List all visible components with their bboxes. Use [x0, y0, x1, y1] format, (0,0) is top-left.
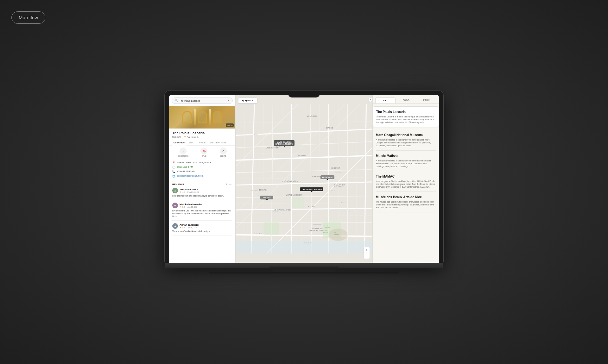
search-bar[interactable]: 🔍 ✕: [172, 97, 233, 104]
map-streets: Rue Pugel Rue Michel Rue Vernier Rue Tra…: [236, 95, 372, 263]
pin-celestial[interactable]: CELESTIAL: [260, 196, 274, 199]
share-button[interactable]: ↗ SHARE: [220, 147, 227, 157]
featured-place-item[interactable]: The Palais Lascaris The Palais Lascaris …: [373, 106, 439, 127]
review-star-icon: ★: [180, 191, 181, 193]
svg-text:Rue Trachel: Rue Trachel: [251, 189, 258, 191]
place-name-chagall: Marc Chagall National Museum: [376, 133, 436, 137]
review-header: A Arthur Marmalte ★ 4.8 · Feb 25, 2024: [172, 188, 232, 193]
address-row: 📍 15 Rue Droite, 06300 Nice, France: [172, 161, 232, 164]
map-flow-badge[interactable]: Map flow: [11, 11, 45, 24]
featured-place-name: The Palais Lascaris: [376, 110, 435, 114]
close-icon[interactable]: ✕: [227, 99, 230, 102]
directions-icon: →: [180, 147, 187, 154]
place-meta: Museum · ★ 4.3 (3,214): [172, 135, 232, 138]
hours-row: 🕐 Open until 6 PM: [172, 166, 232, 169]
pin-palais-lascaris[interactable]: THE PALAIS LASCARIS: [300, 187, 323, 191]
share-icon: ↗: [220, 147, 227, 154]
laptop-stand: [272, 268, 336, 272]
list-item-beaux-arts[interactable]: Musée des Beaux Arts de Nice The Musée d…: [376, 192, 436, 212]
address-text: 15 Rue Droite, 06300 Nice, France: [177, 161, 211, 164]
baroque-arch-1: [182, 111, 192, 123]
svg-rect-36: [263, 222, 279, 235]
svg-text:Rue Paul Déroulède: Rue Paul Déroulède: [285, 180, 296, 182]
review-date: Jan 8, 2024: [187, 227, 197, 229]
zoom-in-button[interactable]: +: [364, 247, 370, 253]
place-desc-mamac: Immerse yourself in the worlds of Yves K…: [376, 180, 436, 188]
laptop-foot: [209, 272, 399, 273]
place-desc-matisse: A museum dedicated to the work of the fa…: [376, 159, 436, 168]
location-pin-icon: 📍: [172, 161, 175, 164]
close-panel-button[interactable]: ✕: [368, 97, 372, 102]
clock-icon: 🕐: [172, 166, 175, 169]
phone-row: 📞 +33 493 62-72-40: [172, 170, 232, 173]
place-info: The Palais Lascaris Museum · ★ 4.3 (3,21…: [169, 129, 235, 140]
tab-similar[interactable]: SIMILAR PLACES: [207, 140, 228, 145]
baroque-arch-2: [198, 111, 207, 123]
tab-art[interactable]: ART: [375, 97, 396, 104]
places-list-panel: ART FOOD PARK The Palais Lascaris The Pa…: [372, 95, 439, 263]
website-text[interactable]: explorernicecotedazur.com: [177, 174, 204, 177]
review-count: (3,214): [192, 136, 199, 138]
list-item-chagall[interactable]: Marc Chagall National Museum A museum de…: [376, 130, 436, 150]
search-input[interactable]: [179, 99, 226, 102]
website-row: 🌐 explorernicecotedazur.com: [172, 174, 232, 178]
svg-text:Bd Pierre 1er: Bd Pierre 1er: [329, 190, 336, 191]
save-label: SAVE: [202, 155, 206, 157]
place-detail-panel: 🔍 ✕ ⊞ +14: [169, 95, 236, 263]
laptop-notch: [288, 91, 320, 97]
hours-text: Open until 6 PM: [177, 166, 193, 168]
svg-text:Bonauda: Bonauda: [325, 225, 328, 227]
review-header: A Adrian Zandberg ★ 4.8 · Jan 8, 2024: [172, 223, 232, 229]
svg-text:Rue Gioffredo: Rue Gioffredo: [273, 211, 281, 213]
laptop-mockup: 🔍 ✕ ⊞ +14: [165, 91, 443, 273]
save-icon: 🔖: [200, 147, 207, 154]
save-button[interactable]: 🔖 SAVE: [200, 147, 207, 157]
tab-about[interactable]: ABOUT: [187, 140, 197, 145]
laptop-screen: 🔍 ✕ ⊞ +14: [169, 95, 439, 263]
place-desc-beaux-arts: The Musée des Beaux-Arts de Nice showcas…: [376, 200, 436, 209]
svg-text:Av. Jean Médecin: Av. Jean Médecin: [254, 233, 264, 235]
search-icon: 🔍: [174, 99, 178, 102]
review-rating: 5.0: [182, 206, 185, 208]
reviews-sort[interactable]: To sort: [226, 183, 232, 185]
svg-text:Rue Pugel: Rue Pugel: [253, 133, 259, 135]
baroque-col-1: [194, 109, 196, 125]
reviews-section: REVIEWS To sort A Arthur Marmalte ★ 4.8: [169, 181, 235, 240]
info-rows: 📍 15 Rue Droite, 06300 Nice, France 🕐 Op…: [169, 159, 235, 181]
review-date: Jan 25, 2024: [187, 206, 199, 208]
zoom-out-button[interactable]: −: [364, 253, 370, 259]
reviewer-meta: ★ 4.8 · Jan 8, 2024: [180, 226, 232, 229]
rating: 4.3: [187, 136, 190, 138]
image-content: [169, 106, 235, 129]
list-item-mamac[interactable]: The MAMAC Immerse yourself in the worlds…: [376, 171, 436, 192]
svg-text:Colline du: Colline du: [334, 232, 339, 234]
review-more-link[interactable]: More: [172, 215, 177, 217]
reviewer-meta: ★ 4.8 · Feb 25, 2024: [180, 191, 232, 193]
tab-park[interactable]: PARK: [417, 97, 436, 104]
review-header: M Monika Malinowska ★ 5.0 · Jan 25, 2024: [172, 203, 232, 208]
reviewer-info: Adrian Zandberg ★ 4.8 · Jan 8, 2024: [180, 223, 232, 229]
review-rating: 4.8: [182, 191, 185, 193]
tab-overview[interactable]: OVERVIEW: [172, 140, 187, 145]
directions-button[interactable]: → DIRECTIONS: [178, 147, 188, 157]
pin-mamac[interactable]: THE MAMAC: [320, 175, 335, 179]
back-label: ◀ BACK: [245, 99, 254, 102]
place-name: The Palais Lascaris: [172, 131, 232, 135]
map-panel[interactable]: Rue Pugel Rue Michel Rue Vernier Rue Tra…: [236, 95, 372, 263]
back-button[interactable]: ◀ ◀ BACK: [238, 97, 257, 104]
place-type: Museum: [172, 136, 181, 138]
back-arrow-icon: ◀: [242, 99, 244, 102]
tab-food[interactable]: FOOD: [396, 97, 416, 104]
place-desc-chagall: A museum dedicated to the work of the fa…: [376, 138, 436, 147]
place-name-mamac: The MAMAC: [376, 174, 436, 179]
pin-marc-chagall[interactable]: MARC CHAGALLNATIONAL MUSEUM: [274, 140, 295, 146]
svg-rect-0: [236, 104, 372, 253]
image-counter[interactable]: ⊞ +14: [226, 123, 234, 127]
tab-price[interactable]: PRICE: [197, 140, 207, 145]
svg-text:Albert 1er: Albert 1er: [323, 232, 328, 233]
globe-icon: 🌐: [172, 175, 175, 178]
reviewer-name: Arthur Marmalte: [180, 188, 232, 191]
review-rating: 4.8: [182, 227, 185, 229]
featured-place-desc: The Palais Lascaris is a must-see baroqu…: [376, 115, 435, 124]
list-item-matisse[interactable]: Musée Matisse A museum dedicated to the …: [376, 151, 436, 171]
